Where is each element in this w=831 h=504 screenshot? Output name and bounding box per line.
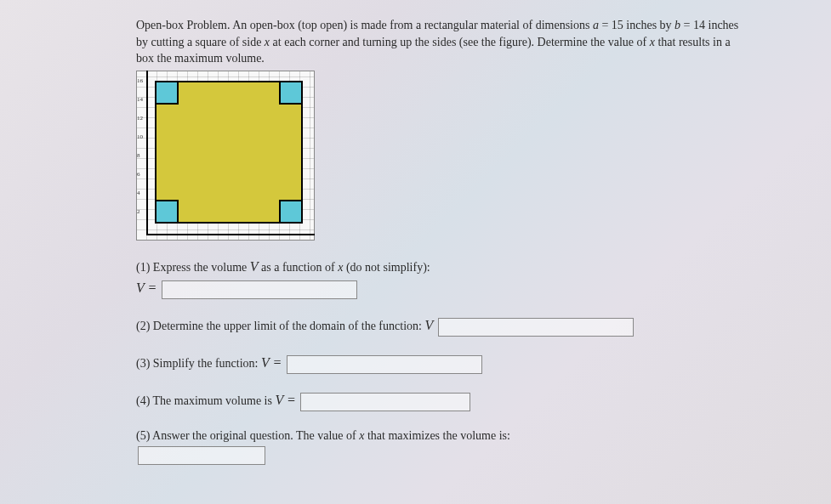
y-tick: 4 — [137, 190, 140, 196]
question-3: (3) Simplify the function: V = — [136, 352, 748, 374]
problem-text-4: at each corner and turning up the sides … — [270, 36, 650, 48]
y-tick: 10 — [137, 133, 143, 140]
q2-v: V — [424, 318, 433, 332]
q3-input[interactable] — [287, 355, 482, 374]
val-b: 14 — [693, 19, 705, 31]
y-tick: 12 — [137, 115, 143, 122]
q1-v: V — [250, 259, 259, 274]
x-axis — [146, 234, 315, 235]
corner-cut-br — [279, 200, 303, 224]
question-5: (5) Answer the original question. The va… — [136, 427, 748, 465]
question-1: (1) Express the volume V as a function o… — [136, 256, 748, 299]
q1-input[interactable] — [162, 280, 357, 299]
content-area: Open-box Problem. An open-box (top open)… — [136, 17, 748, 465]
corner-cut-tr — [279, 81, 303, 105]
q1-equals: V = — [136, 280, 157, 295]
corner-cut-bl — [155, 200, 179, 224]
y-tick: 14 — [137, 96, 143, 103]
q5-input[interactable] — [138, 446, 265, 465]
q1-suffix: (do not simplify): — [343, 261, 430, 274]
var-a: a — [593, 19, 599, 31]
problem-title: Open-box Problem. — [136, 19, 230, 31]
q3-text: (3) Simplify the function: — [136, 357, 261, 370]
q3-eq: V = — [261, 355, 282, 370]
q2-text: (2) Determine the upper limit of the dom… — [136, 320, 424, 332]
problem-statement: Open-box Problem. An open-box (top open)… — [136, 17, 748, 67]
question-4: (4) The maximum volume is V = — [136, 389, 748, 411]
q1-mid: as a function of — [259, 261, 339, 274]
corner-cut-tl — [155, 81, 179, 105]
val-a: 15 — [612, 19, 623, 31]
q4-eq: V = — [275, 393, 295, 407]
y-tick: 2 — [137, 208, 140, 215]
q2-input[interactable] — [438, 318, 634, 337]
y-tick: 16 — [137, 77, 143, 84]
q5-text: (5) Answer the original question. The va… — [136, 429, 359, 442]
problem-text-1: An open-box (top open) is made from a re… — [230, 19, 593, 31]
q4-text: (4) The maximum volume is — [136, 394, 275, 407]
openbox-diagram: 16 14 12 10 8 6 4 2 — [136, 71, 315, 241]
y-tick: 8 — [137, 152, 140, 159]
q1-prefix: (1) Express the volume — [136, 261, 250, 274]
q5-suffix: that maximizes the volume is: — [364, 429, 509, 442]
y-tick: 6 — [137, 171, 140, 178]
var-b: b — [674, 19, 680, 31]
problem-text-2: inches by — [623, 19, 674, 31]
question-2: (2) Determine the upper limit of the dom… — [136, 314, 748, 337]
q4-input[interactable] — [300, 393, 470, 411]
y-axis — [146, 71, 148, 235]
problem-page: Open-box Problem. An open-box (top open)… — [0, 0, 831, 504]
